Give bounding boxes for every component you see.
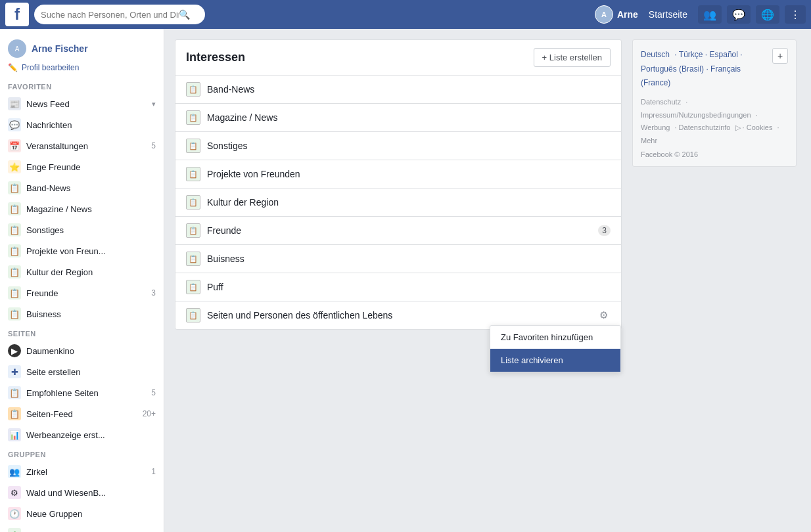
footer-datenschutz[interactable]: Datenschutz: [641, 98, 681, 106]
search-bar[interactable]: 🔍: [34, 5, 205, 24]
sidebar-item-label: Gruppe erstellen: [26, 530, 156, 533]
sidebar-item-sonstiges[interactable]: 📋 Sonstiges: [0, 219, 164, 240]
gear-icon[interactable]: ⚙: [597, 308, 611, 322]
interest-item-icon: 📋: [186, 252, 200, 266]
interest-item-magazine[interactable]: 📋 Magazine / News: [175, 104, 621, 132]
pencil-icon: ✏️: [8, 63, 18, 72]
sidebar-edit-profile[interactable]: ✏️ Profil bearbeiten: [0, 60, 164, 78]
wald-icon: ⚙: [8, 486, 21, 499]
main-content: Interessen + Liste erstellen 📋 Band-News…: [164, 29, 811, 532]
sidebar-item-zirkel[interactable]: 👥 Zirkel 1: [0, 461, 164, 482]
sidebar-user[interactable]: A Arne Fischer: [0, 34, 164, 60]
friends-icon-button[interactable]: 👥: [698, 5, 722, 24]
lang-portugues[interactable]: Português (Brasil): [641, 64, 704, 74]
sidebar-item-veranstaltungen[interactable]: 📅 Veranstaltungen 5: [0, 135, 164, 156]
sidebar-item-badge: 3: [151, 288, 156, 298]
lang-espanol[interactable]: Español: [710, 50, 738, 59]
sidebar-item-seitecreate[interactable]: ✚ Seite erstellen: [0, 361, 164, 382]
interest-item-buisness[interactable]: 📋 Buisness: [175, 245, 621, 273]
sidebar-item-gruppeerstellen[interactable]: ✚ Gruppe erstellen: [0, 524, 164, 532]
lang-turkce[interactable]: Türkçe: [679, 50, 703, 59]
interest-item-projekte[interactable]: 📋 Projekte von Freunden: [175, 160, 621, 188]
language-add-button[interactable]: +: [772, 48, 788, 64]
zirkel-icon: 👥: [8, 465, 21, 478]
interest-item-freunde[interactable]: 📋 Freunde 3: [175, 217, 621, 245]
sidebar-item-kultur[interactable]: 📋 Kultur der Region: [0, 261, 164, 282]
sidebar-item-label: Zirkel: [26, 467, 146, 477]
sidebar-item-wald[interactable]: ⚙ Wald und WiesenB...: [0, 482, 164, 503]
interest-box: Interessen + Liste erstellen 📋 Band-News…: [175, 39, 622, 330]
sidebar-item-label: Nachrichten: [26, 120, 156, 130]
chevron-down-icon: ▾: [152, 100, 156, 108]
sidebar-item-engefreunde[interactable]: ⭐ Enge Freunde: [0, 156, 164, 177]
sidebar-item-freunde[interactable]: 📋 Freunde 3: [0, 282, 164, 303]
seitenfeed-icon: 📋: [8, 407, 21, 420]
sidebar-item-label: Veranstaltungen: [26, 141, 146, 151]
sidebar-item-label: Neue Gruppen: [26, 509, 156, 519]
sidebar-item-buisness[interactable]: 📋 Buisness: [0, 303, 164, 324]
freunde-icon: 📋: [8, 286, 21, 299]
footer-werbung[interactable]: Werbung: [641, 123, 670, 131]
werbeanzeige-icon: 📊: [8, 428, 21, 441]
search-input[interactable]: [41, 10, 179, 20]
sidebar-item-newsfeed[interactable]: 📰 News Feed ▾: [0, 93, 164, 114]
buisness-icon: 📋: [8, 307, 21, 321]
interest-item-label: Sonstiges: [207, 141, 611, 151]
interest-item-label: Seiten und Personen des öffentlichen Leb…: [207, 310, 590, 321]
sidebar-item-projekte[interactable]: 📋 Projekte von Freun...: [0, 240, 164, 261]
interest-item-label: Projekte von Freunden: [207, 169, 611, 179]
globe-icon-button[interactable]: 🌐: [756, 5, 779, 24]
topnav-avatar: A: [595, 5, 613, 24]
language-row: Deutsch · Türkçe · Español · Português (…: [641, 48, 788, 91]
context-menu-archive[interactable]: Liste archivieren: [490, 349, 620, 372]
interest-item-icon: 📋: [186, 167, 200, 181]
daumenkino-icon: ▶: [8, 344, 21, 357]
sidebar-item-empfohlene[interactable]: 📋 Empfohlene Seiten 5: [0, 382, 164, 403]
sidebar-item-daumenkino[interactable]: ▶ Daumenkino: [0, 340, 164, 361]
magazine-icon: 📋: [8, 202, 21, 215]
sidebar-item-label: Band-News: [26, 183, 156, 193]
sidebar-section-gruppen: GRUPPEN: [0, 445, 164, 461]
interest-item-puff[interactable]: 📋 Puff: [175, 273, 621, 301]
sidebar-item-seitenfeed[interactable]: 📋 Seiten-Feed 20+: [0, 403, 164, 424]
interest-item-label: Kultur der Region: [207, 197, 611, 208]
footer-impressum[interactable]: Impressum/Nutzungsbedingungen: [641, 111, 751, 119]
interest-header: Interessen + Liste erstellen: [175, 40, 621, 76]
topnav-user[interactable]: A Arne: [595, 5, 638, 24]
empfohlene-icon: 📋: [8, 386, 21, 399]
sidebar-item-neuegruppen[interactable]: 🕐 Neue Gruppen: [0, 503, 164, 524]
footer-copyright: Facebook © 2016: [641, 150, 788, 158]
interest-item-icon: 📋: [186, 82, 200, 97]
seitecreate-icon: ✚: [8, 365, 21, 378]
interest-item-label: Puff: [207, 282, 611, 292]
topnav-right: A Arne Startseite 👥 💬 🌐 ⋮: [595, 5, 806, 24]
sidebar-item-werbeanzeige[interactable]: 📊 Werbeanzeige erst...: [0, 424, 164, 445]
create-list-button[interactable]: + Liste erstellen: [534, 48, 611, 67]
interest-item-label: Magazine / News: [207, 112, 611, 123]
interest-item-icon: 📋: [186, 110, 200, 125]
footer-cookies[interactable]: Cookies: [747, 123, 773, 131]
interest-item-icon: 📋: [186, 308, 200, 322]
sidebar-item-nachrichten[interactable]: 💬 Nachrichten: [0, 114, 164, 135]
interest-item-label: Buisness: [207, 254, 611, 264]
sidebar-item-bandnews[interactable]: 📋 Band-News: [0, 177, 164, 198]
language-links: Deutsch · Türkçe · Español · Português (…: [641, 48, 772, 91]
messages-icon-button[interactable]: 💬: [727, 5, 751, 24]
veranstaltungen-icon: 📅: [8, 139, 21, 152]
top-navigation: f 🔍 A Arne Startseite 👥 💬 🌐 ⋮: [0, 0, 811, 29]
sidebar-item-label: News Feed: [26, 99, 147, 109]
interest-item-kultur[interactable]: 📋 Kultur der Region: [175, 188, 621, 217]
nachrichten-icon: 💬: [8, 118, 21, 131]
menu-icon-button[interactable]: ⋮: [785, 5, 806, 24]
interest-item-sonstiges[interactable]: 📋 Sonstiges: [175, 132, 621, 160]
lang-deutsch: Deutsch: [641, 50, 670, 59]
context-menu-favorites[interactable]: Zu Favoriten hinzufügen: [490, 326, 620, 349]
startseite-button[interactable]: Startseite: [643, 7, 693, 22]
footer-links: Datenschutz · Impressum/Nutzungsbedingun…: [641, 96, 788, 148]
interest-item-seiten[interactable]: 📋 Seiten und Personen des öffentlichen L…: [175, 301, 621, 329]
sidebar-item-magazinenews[interactable]: 📋 Magazine / News: [0, 198, 164, 219]
footer-datenschutzinfo[interactable]: Datenschutzinfo: [679, 123, 731, 131]
footer-mehr[interactable]: Mehr: [641, 137, 657, 144]
interest-item-bandnews[interactable]: 📋 Band-News: [175, 76, 621, 104]
sidebar-item-label: Seiten-Feed: [26, 409, 137, 419]
